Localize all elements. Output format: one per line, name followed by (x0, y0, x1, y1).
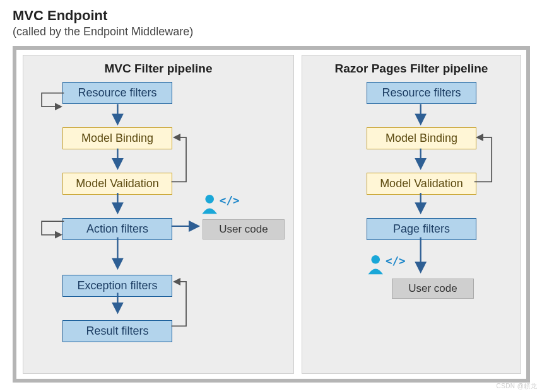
node-user-code-r: User code (392, 279, 474, 299)
node-exception-filters: Exception filters (62, 275, 172, 297)
svg-point-6 (205, 195, 214, 204)
mvc-panel-title: MVC Filter pipeline (31, 62, 286, 76)
diagram-frame: MVC Filter pipeline Resource filters Mod… (13, 46, 530, 383)
svg-text:</>: </> (220, 194, 240, 207)
razor-filter-panel: Razor Pages Filter pipeline Resource fil… (302, 55, 521, 374)
razor-panel-title: Razor Pages Filter pipeline (310, 62, 513, 76)
node-page-filters: Page filters (367, 218, 476, 240)
node-resource-filters-r: Resource filters (367, 82, 476, 104)
svg-text:</>: </> (386, 255, 406, 267)
node-resource-filters: Resource filters (62, 82, 172, 104)
mvc-flow: Resource filters Model Binding Model Val… (31, 82, 286, 366)
razor-flow: Resource filters Model Binding Model Val… (310, 82, 513, 366)
node-model-validation-r: Model Validation (367, 173, 476, 195)
page-title: MVC Endpoint (13, 8, 529, 24)
node-result-filters: Result filters (62, 320, 172, 342)
node-user-code: User code (203, 219, 285, 239)
watermark: CSDN @頼龙 (497, 382, 537, 391)
mvc-filter-panel: MVC Filter pipeline Resource filters Mod… (23, 55, 294, 374)
page-subtitle: (called by the Endpoint Middleware) (13, 25, 529, 38)
node-model-binding-r: Model Binding (367, 127, 476, 149)
node-action-filters: Action filters (62, 218, 172, 240)
node-model-validation: Model Validation (62, 173, 172, 195)
node-model-binding: Model Binding (62, 127, 172, 149)
svg-point-12 (371, 255, 380, 264)
